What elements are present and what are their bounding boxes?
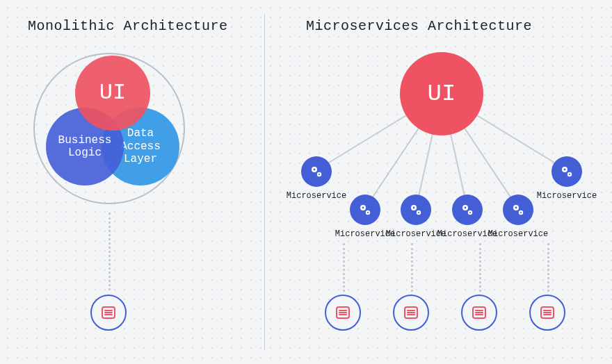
microservices-ui-circle: UI [400,52,483,135]
microservice-node [350,195,380,225]
svg-point-25 [469,212,471,213]
microservice-db-connector [479,243,481,292]
microservice-db-connector [411,243,413,292]
svg-point-20 [413,207,415,209]
microservice-db-icon [461,295,497,331]
microservice-db-icon [393,295,429,331]
microservice-label: Microservice [537,191,597,201]
svg-point-16 [362,207,364,209]
monolith-db-connector [108,213,111,290]
svg-point-33 [569,174,570,175]
microservice-db-connector [343,243,345,292]
monolith-title: Monolithic Architecture [28,18,228,34]
microservice-node [452,195,483,225]
microservices-title: Microservices Architecture [306,18,532,34]
microservice-db-connector [547,243,549,292]
monolith-data-access-label: Data Access Layer [120,127,161,165]
microservice-db-icon [325,295,361,331]
svg-point-32 [564,169,566,171]
microservice-node [401,195,431,225]
microservice-label: Microservice [287,191,346,201]
microservice-node [551,156,582,187]
monolith-ui-label: UI [99,81,126,106]
svg-point-12 [314,169,316,171]
microservice-node [301,156,332,187]
svg-point-13 [319,174,320,175]
monolith-panel: Monolithic Architecture UI Business Logi… [0,0,264,364]
monolith-business-logic-label: Business Logic [58,134,112,160]
microservice-db-icon [529,295,565,331]
microservice-label: Microservice [488,229,548,239]
svg-point-17 [367,212,369,213]
monolith-ui-circle: UI [75,56,150,131]
monolith-db-icon [90,295,127,331]
microservices-ui-label: UI [428,81,456,107]
svg-point-24 [465,207,467,209]
svg-point-29 [520,212,522,213]
microservice-node [503,195,533,225]
svg-point-21 [418,212,419,213]
svg-point-28 [515,207,517,209]
